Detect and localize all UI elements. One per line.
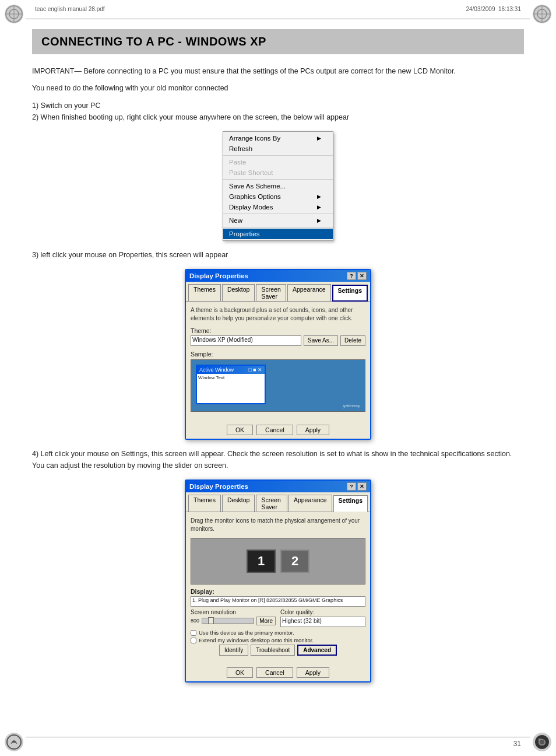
troubleshoot-btn[interactable]: Troubleshoot xyxy=(251,645,295,656)
dialog1-saveas-btn[interactable]: Save As... xyxy=(304,335,338,346)
pdf-filename: teac english manual 28.pdf xyxy=(35,6,105,12)
dialog1-tab-settings[interactable]: Settings xyxy=(332,285,368,302)
display-label: Display: xyxy=(191,588,365,595)
step4-container: 4) Left click your mouse on Settings, th… xyxy=(32,448,524,471)
dialog1-footer: OK Cancel Apply xyxy=(186,421,370,439)
menu-item-display-modes: Display Modes ▶ xyxy=(223,202,333,212)
dialog1-tabs: Themes Desktop Screen Saver Appearance S… xyxy=(186,282,370,302)
resolution-thumb xyxy=(208,617,214,624)
step3-container: 3) left click your mouse on Properties, … xyxy=(32,249,524,261)
dialog2-tab-desktop[interactable]: Desktop xyxy=(222,495,255,512)
sample-window-titlebar: Active Window □ ■ ✕ xyxy=(197,366,265,374)
step1-text: 1) Switch on your PC xyxy=(32,100,524,111)
dialog2-body: Drag the monitor icons to match the phys… xyxy=(186,512,370,664)
dialog2-cancel-btn[interactable]: Cancel xyxy=(256,667,293,678)
dialog1-theme-label: Theme: xyxy=(191,327,365,334)
more-btn[interactable]: More xyxy=(256,617,276,625)
intro-text: You need to do the following with your o… xyxy=(32,83,524,94)
resolution-slider[interactable] xyxy=(202,618,254,624)
menu-item-save-scheme: Save As Scheme... xyxy=(223,181,333,191)
dialog1-body: A theme is a background plus a set of so… xyxy=(186,302,370,421)
menu-item-graphics-options: Graphics Options ▶ xyxy=(223,191,333,202)
dialog1-tab-desktop[interactable]: Desktop xyxy=(222,284,255,301)
menu-item-refresh: Refresh xyxy=(223,144,333,154)
dialog2-help-btn[interactable]: ? xyxy=(347,482,356,491)
context-menu-screenshot: Arrange Icons By ▶ Refresh Paste Paste S… xyxy=(32,131,524,241)
dialog1-delete-btn[interactable]: Delete xyxy=(340,335,365,346)
display-select[interactable]: 1. Plug and Play Monitor on [R] 82852/82… xyxy=(191,596,365,607)
monitor-preview: 1 2 xyxy=(191,538,365,584)
color-quality-label: Color quality: xyxy=(280,609,365,615)
sample-window-text: Window Text xyxy=(198,375,263,380)
dialog2-tabs: Themes Desktop Screen Saver Appearance S… xyxy=(186,492,370,512)
menu-separator-3 xyxy=(223,214,333,214)
dialog1-screenshot: Display Properties ? ✕ Themes Desktop Sc… xyxy=(32,269,524,440)
extend-desktop-checkbox[interactable] xyxy=(191,638,196,643)
page-number: 31 xyxy=(513,740,521,748)
display-section: Display: 1. Plug and Play Monitor on [R]… xyxy=(191,588,365,607)
dialog1-close-btn[interactable]: ✕ xyxy=(357,272,367,280)
dialog2-tab-themes[interactable]: Themes xyxy=(188,495,221,512)
dialog2-apply-btn[interactable]: Apply xyxy=(297,667,329,678)
dialog1-help-btn[interactable]: ? xyxy=(347,272,356,280)
corner-mark-bl xyxy=(5,733,23,751)
dialog1-theme-select[interactable]: Windows XP (Modified) xyxy=(191,335,301,346)
primary-monitor-label: Use this device as the primary monitor. xyxy=(199,629,294,636)
dialog1-apply-btn[interactable]: Apply xyxy=(297,425,329,435)
menu-separator-2 xyxy=(223,179,333,180)
dialog1-ok-btn[interactable]: OK xyxy=(227,425,253,435)
dialog2-tab-appearance[interactable]: Appearance xyxy=(288,495,332,512)
dialog1-theme-row: Windows XP (Modified) Save As... Delete xyxy=(191,335,365,346)
step2-text: 2) When finished booting up, right click… xyxy=(32,111,524,123)
dialog2-ok-btn[interactable]: OK xyxy=(227,667,253,678)
sample-window: Active Window □ ■ ✕ Window Text xyxy=(196,365,266,404)
res-value: 800 xyxy=(191,618,199,624)
dialog1-sample-label: Sample: xyxy=(191,351,365,358)
dialog1-tab-themes[interactable]: Themes xyxy=(188,284,221,301)
checkbox-primary-monitor: Use this device as the primary monitor. xyxy=(191,629,365,636)
page-border-bottom xyxy=(26,737,530,737)
gateway-logo: gateway xyxy=(343,403,360,408)
sample-active-window-label: Active Window xyxy=(199,367,234,373)
dialog1-description: A theme is a background plus a set of so… xyxy=(191,306,365,323)
primary-monitor-checkbox[interactable] xyxy=(191,630,196,636)
dialog1-cancel-btn[interactable]: Cancel xyxy=(256,425,293,435)
resolution-color-row: Screen resolution 800 More Color quality… xyxy=(191,609,365,627)
dialog2-titlebar: Display Properties ? ✕ xyxy=(186,481,370,492)
dialog1-tab-appearance[interactable]: Appearance xyxy=(287,284,331,301)
resolution-row: 800 More xyxy=(191,617,276,625)
dialog2-tab-settings[interactable]: Settings xyxy=(333,495,368,512)
menu-item-paste: Paste xyxy=(223,157,333,167)
resolution-section: Screen resolution 800 More xyxy=(191,609,276,627)
dialog1-tab-screensaver[interactable]: Screen Saver xyxy=(256,284,286,301)
page-title: CONNECTING TO A PC - WINDOWS XP xyxy=(41,35,515,48)
dialog1: Display Properties ? ✕ Themes Desktop Sc… xyxy=(185,269,371,440)
pdf-header: teac english manual 28.pdf 24/03/2009 16… xyxy=(35,6,521,12)
dialog2: Display Properties ? ✕ Themes Desktop Sc… xyxy=(185,480,371,682)
dialog2-drag-text: Drag the monitor icons to match the phys… xyxy=(191,517,365,533)
page-border-top xyxy=(26,19,530,19)
corner-mark-tl xyxy=(5,5,23,23)
title-bar: CONNECTING TO A PC - WINDOWS XP xyxy=(32,29,524,54)
advanced-btn[interactable]: Advanced xyxy=(297,645,337,656)
identify-btn[interactable]: Identify xyxy=(219,645,248,656)
menu-item-new: New ▶ xyxy=(223,215,333,226)
step4-text: 4) Left click your mouse on Settings, th… xyxy=(32,448,524,471)
menu-separator-4 xyxy=(223,227,333,228)
dialog2-screenshot: Display Properties ? ✕ Themes Desktop Sc… xyxy=(32,480,524,682)
dialog2-close-btn[interactable]: ✕ xyxy=(357,482,367,491)
screen-resolution-label: Screen resolution xyxy=(191,609,276,615)
menu-separator-1 xyxy=(223,155,333,156)
dialog1-sample-preview: Active Window □ ■ ✕ Window Text gateway xyxy=(191,359,365,412)
action-buttons: Identify Troubleshoot Advanced xyxy=(191,645,365,656)
corner-mark-br xyxy=(533,733,551,751)
extend-desktop-label: Extend my Windows desktop onto this moni… xyxy=(199,637,314,643)
corner-mark-tr xyxy=(533,5,551,23)
dialog2-footer: OK Cancel Apply xyxy=(186,664,370,681)
sample-window-body: Window Text xyxy=(197,374,265,403)
dialog2-title: Display Properties xyxy=(189,483,248,490)
color-quality-select[interactable]: Highest (32 bit) xyxy=(280,617,365,627)
dialog2-tab-screensaver[interactable]: Screen Saver xyxy=(256,495,287,512)
color-quality-section: Color quality: Highest (32 bit) xyxy=(280,609,365,627)
menu-item-paste-shortcut: Paste Shortcut xyxy=(223,167,333,178)
